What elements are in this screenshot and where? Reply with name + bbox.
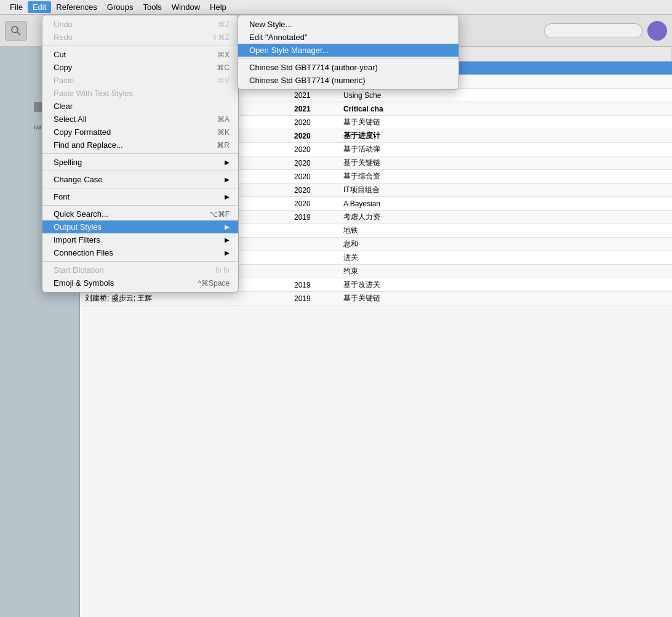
menu-item-quick-search[interactable]: Quick Search... ⌥⌘F (42, 208, 238, 220)
output-styles-submenu: New Style... Edit "Annotated" Open Style… (238, 15, 459, 90)
cell-year: 2020 (289, 186, 338, 195)
separator-3 (42, 171, 238, 171)
menu-item-font[interactable]: Font (42, 190, 238, 203)
submenu-item-chinese-std-author-year[interactable]: Chinese Std GBT7714 (author-year) (238, 61, 458, 74)
cell-title: 进关 (338, 252, 672, 263)
cell-title: A Bayesian (338, 200, 672, 208)
menubar: File Edit References Groups Tools Window… (0, 0, 672, 15)
cell-title: 考虑人力资 (338, 212, 672, 222)
separator-4 (42, 188, 238, 188)
menu-file[interactable]: File (5, 1, 28, 13)
menu-edit[interactable]: Edit (28, 1, 51, 13)
submenu-separator-1 (238, 58, 458, 59)
menu-tools[interactable]: Tools (138, 1, 166, 13)
cell-year: 2020 (289, 159, 338, 167)
menu-item-emoji-symbols[interactable]: Emoji & Symbols ^⌘Space (42, 276, 238, 289)
menu-item-import-filters[interactable]: Import Filters (42, 233, 238, 246)
menu-item-find-replace[interactable]: Find and Replace... ⌘R (42, 139, 238, 151)
separator-5 (42, 205, 238, 206)
cell-title: 息和 (338, 239, 672, 249)
submenu-item-edit-annotated[interactable]: Edit "Annotated" (238, 31, 458, 44)
cell-title: 基于进度计 (338, 131, 672, 141)
menu-item-redo[interactable]: Redo ⇧⌘Z (42, 31, 238, 44)
cell-year: 2019 (289, 281, 338, 289)
menu-item-start-dictation[interactable]: Start Dictation fn fn (42, 264, 238, 276)
menu-item-undo[interactable]: Undo ⌘Z (42, 18, 238, 31)
menu-groups[interactable]: Groups (102, 1, 138, 13)
menu-item-clear[interactable]: Clear (42, 100, 238, 113)
cell-year: 2020 (289, 145, 338, 154)
cell-title: 基于活动弹 (338, 144, 672, 155)
cell-title: 约束 (338, 266, 672, 276)
cell-year: 2020 (289, 172, 338, 181)
menu-help[interactable]: Help (205, 1, 231, 13)
cell-title: 基于关键链 (338, 158, 672, 168)
menu-item-copy-formatted[interactable]: Copy Formatted ⌘K (42, 126, 238, 139)
cell-title: Critical cha (338, 105, 672, 113)
cell-title: 基于改进关 (338, 280, 672, 290)
menu-window[interactable]: Window (167, 1, 205, 13)
menu-item-paste-text-styles[interactable]: Paste With Text Styles (42, 87, 238, 100)
menu-item-output-styles[interactable]: Output Styles (42, 220, 238, 233)
menu-item-spelling[interactable]: Spelling (42, 156, 238, 169)
cell-year: 2021 (289, 105, 338, 113)
menu-item-paste[interactable]: Paste ⌘V (42, 74, 238, 87)
separator-2 (42, 153, 238, 154)
cell-year: 2021 (289, 91, 338, 100)
svg-line-1 (17, 32, 20, 35)
cell-year: 2019 (289, 294, 338, 303)
cell-year: 2020 (289, 118, 338, 127)
search-toolbar-btn[interactable] (5, 21, 27, 41)
separator-1 (42, 46, 238, 46)
edit-menu-dropdown: Undo ⌘Z Redo ⇧⌘Z Cut ⌘X Copy ⌘C Paste ⌘V… (42, 15, 239, 292)
menu-item-change-case[interactable]: Change Case (42, 173, 238, 186)
menu-item-copy[interactable]: Copy ⌘C (42, 61, 238, 74)
cell-year: 2020 (289, 200, 338, 208)
cell-year: 2019 (289, 213, 338, 222)
cell-title: Using Sche (338, 91, 672, 100)
menu-item-select-all[interactable]: Select All ⌘A (42, 113, 238, 126)
cell-year: 2020 (289, 132, 338, 140)
menu-item-connection-files[interactable]: Connection Files (42, 246, 238, 259)
cell-author: 刘建桥; 盛步云; 王辉 (80, 293, 289, 304)
cell-title: 基于关键链 (338, 117, 672, 127)
submenu-item-new-style[interactable]: New Style... (238, 18, 458, 31)
cell-title: 地铁 (338, 225, 672, 236)
submenu-item-chinese-std-numeric[interactable]: Chinese Std GBT7714 (numeric) (238, 74, 458, 87)
separator-6 (42, 261, 238, 262)
cell-title: 基于综合资 (338, 171, 672, 182)
menu-references[interactable]: References (51, 1, 102, 13)
submenu-item-open-style-manager[interactable]: Open Style Manager... (238, 44, 458, 57)
search-box[interactable] (544, 23, 642, 38)
table-row[interactable]: 刘建桥; 盛步云; 王辉2019基于关键链 (80, 292, 672, 305)
cell-title: IT项目组合 (338, 185, 672, 195)
svg-point-0 (12, 26, 18, 33)
cell-title: 基于关键链 (338, 293, 672, 304)
menu-item-cut[interactable]: Cut ⌘X (42, 48, 238, 61)
